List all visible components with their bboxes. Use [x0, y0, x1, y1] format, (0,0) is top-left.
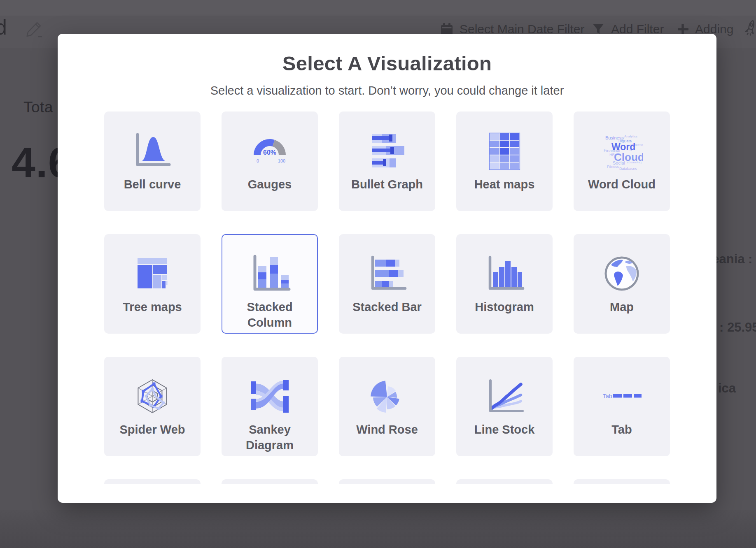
rocket-icon [744, 19, 756, 39]
card-grid-viewport[interactable]: Bell curve 60%0100 Gauges Bullet Graph H… [104, 111, 670, 484]
svg-text:0: 0 [257, 158, 259, 163]
card-label-sankey-diagram: Sankey Diagram [231, 422, 309, 453]
card-grid: Bell curve 60%0100 Gauges Bullet Graph H… [104, 111, 670, 484]
card-partial[interactable] [456, 479, 553, 484]
card-partial[interactable] [339, 479, 435, 484]
background-top-strip [0, 0, 756, 16]
card-label-spider-web: Spider Web [120, 422, 185, 437]
card-wind-rose[interactable]: Wind Rose [339, 357, 435, 456]
card-label-stacked-column: Stacked Column [231, 299, 309, 331]
bell-curve-icon [131, 130, 174, 172]
card-label-stacked-bar: Stacked Bar [352, 299, 422, 315]
modal-subtitle: Select a visualization to start. Don’t w… [58, 84, 716, 98]
card-heat-maps[interactable]: Heat maps [456, 111, 553, 211]
card-partial[interactable] [574, 479, 670, 484]
card-sankey-diagram[interactable]: Sankey Diagram [222, 357, 318, 456]
stacked-column-icon [248, 252, 291, 295]
card-label-histogram: Histogram [475, 299, 534, 315]
gauges-icon: 60%0100 [248, 130, 291, 172]
kpi-label-fragment: Tota [23, 99, 53, 116]
card-spider-web[interactable]: Spider Web [104, 357, 201, 456]
bullet-graph-icon [366, 130, 408, 172]
map-icon [600, 252, 643, 295]
card-histogram[interactable]: Histogram [456, 234, 553, 334]
tab-icon: Tab [600, 375, 643, 418]
histogram-icon [483, 252, 526, 295]
card-label-line-stock: Line Stock [474, 422, 535, 437]
card-label-heat-maps: Heat maps [474, 176, 535, 192]
card-label-tree-maps: Tree maps [123, 299, 182, 315]
spider-web-icon [131, 375, 174, 418]
tree-maps-icon [131, 252, 174, 295]
stacked-bar-icon [366, 252, 408, 295]
svg-text:Tab: Tab [603, 393, 612, 399]
card-label-map: Map [610, 299, 634, 315]
card-label-tab: Tab [611, 422, 632, 437]
card-label-gauges: Gauges [248, 176, 292, 192]
card-map[interactable]: Map [574, 234, 670, 334]
sankey-diagram-icon [248, 375, 291, 418]
card-label-bullet-graph: Bullet Graph [351, 176, 423, 192]
card-stacked-column[interactable]: Stacked Column [222, 234, 318, 334]
svg-text:60%: 60% [263, 149, 276, 156]
visualization-picker-modal: Select A Visualization Select a visualiz… [58, 34, 716, 503]
screen: d Select Main Date Filter Add Filter [0, 0, 756, 548]
card-partial[interactable] [104, 479, 201, 484]
card-bell-curve[interactable]: Bell curve [104, 111, 201, 211]
svg-text:Analytics: Analytics [624, 135, 637, 138]
card-label-wind-rose: Wind Rose [356, 422, 418, 437]
svg-text:Databases: Databases [619, 167, 637, 171]
card-gauges[interactable]: 60%0100 Gauges [222, 111, 318, 211]
wind-rose-icon [366, 375, 408, 418]
word-cloud-icon: BusinessAnalyticsBigDataMarketingITFinan… [600, 130, 643, 172]
card-tree-maps[interactable]: Tree maps [104, 234, 201, 334]
card-label-bell-curve: Bell curve [124, 176, 181, 192]
line-stock-icon [483, 375, 526, 418]
edit-pencil-icon [25, 20, 44, 40]
card-line-stock[interactable]: Line Stock [456, 357, 553, 456]
dashboard-title-fragment: d [0, 15, 7, 39]
svg-text:Cloud: Cloud [614, 151, 643, 163]
svg-text:Fitness: Fitness [607, 165, 619, 169]
heat-maps-icon [483, 130, 526, 172]
card-partial[interactable] [222, 479, 318, 484]
card-tab[interactable]: Tab Tab [574, 357, 670, 456]
card-bullet-graph[interactable]: Bullet Graph [339, 111, 435, 211]
modal-title: Select A Visualization [58, 52, 716, 75]
card-word-cloud[interactable]: BusinessAnalyticsBigDataMarketingITFinan… [574, 111, 670, 211]
background-bottom-band [0, 510, 756, 548]
card-stacked-bar[interactable]: Stacked Bar [339, 234, 435, 334]
legend-fragment-bottom: ica [718, 381, 736, 396]
card-label-word-cloud: Word Cloud [588, 176, 656, 192]
svg-text:100: 100 [278, 158, 285, 163]
